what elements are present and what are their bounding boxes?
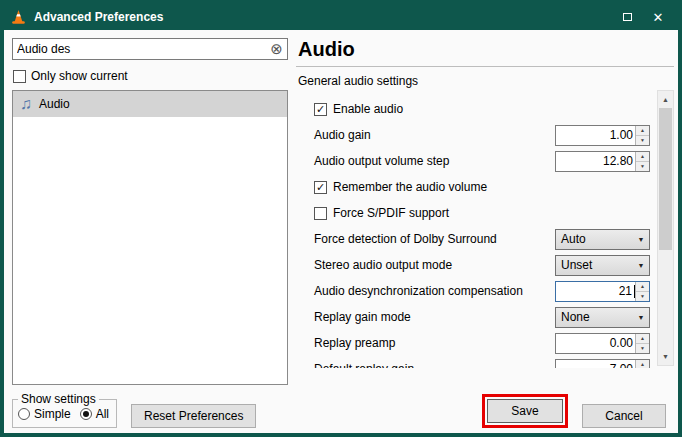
spin-buttons: ▲▼ (635, 360, 649, 369)
close-button[interactable]: ✕ (644, 5, 678, 29)
spin-value: 21 (556, 284, 634, 298)
radio-circle (18, 408, 30, 420)
setting-label: Audio output volume step (314, 154, 449, 168)
spin-value: 1.00 (556, 128, 635, 142)
search-box: ⊗ (12, 38, 288, 60)
spin-down-button[interactable]: ▼ (636, 344, 649, 353)
row-force-detection-of-dolby-surround: Force detection of Dolby SurroundAuto▼ (314, 226, 650, 252)
checkbox-box: ✓ (314, 181, 327, 194)
clear-search-icon[interactable]: ⊗ (269, 41, 284, 56)
list-item-audio[interactable]: ♫Audio (13, 91, 287, 117)
scroll-up-icon[interactable]: ▲ (658, 91, 673, 108)
section-subtitle: General audio settings (298, 74, 674, 88)
save-button[interactable]: Save (487, 399, 563, 423)
spin-value: -7.00 (556, 362, 635, 368)
chevron-down-icon: ▼ (633, 314, 649, 321)
spin-up-button[interactable]: ▲ (636, 334, 649, 344)
spin-up-button[interactable]: ▲ (636, 152, 649, 162)
audio-desynchronization-compensation-spinbox[interactable]: 21▲▼ (555, 281, 650, 302)
radio-all[interactable]: All (80, 407, 109, 421)
dropdown-value: Auto (556, 232, 633, 246)
divider (296, 66, 674, 67)
row-remember-the-audio-volume: ✓Remember the audio volume (314, 174, 650, 200)
setting-label: Replay preamp (314, 336, 395, 350)
remember-the-audio-volume-checkbox[interactable]: ✓Remember the audio volume (314, 180, 487, 194)
radio-circle (80, 408, 92, 420)
audio-gain-spinbox[interactable]: 1.00▲▼ (555, 125, 650, 146)
preferences-sidebar: ⊗ Only show current ♫Audio (12, 38, 288, 385)
settings-panel: Audio General audio settings ✓Enable aud… (296, 38, 674, 385)
enable-audio-checkbox[interactable]: ✓Enable audio (314, 102, 403, 116)
spin-up-button[interactable]: ▲ (636, 126, 649, 136)
maximize-icon (623, 13, 632, 21)
scroll-down-icon[interactable]: ▼ (658, 348, 673, 365)
spin-up-button[interactable]: ▲ (636, 360, 649, 369)
radio-simple[interactable]: Simple (18, 407, 71, 421)
scrollbar-thumb[interactable] (659, 108, 672, 250)
dropdown-value: None (556, 310, 633, 324)
spin-down-button[interactable]: ▼ (636, 162, 649, 171)
dialog-footer: Show settings SimpleAll Reset Preference… (4, 385, 678, 433)
spin-buttons: ▲▼ (635, 152, 649, 171)
row-stereo-audio-output-mode: Stereo audio output modeUnset▼ (314, 252, 650, 278)
setting-label: Audio desynchronization compensation (314, 284, 523, 298)
row-replay-gain-mode: Replay gain modeNone▼ (314, 304, 650, 330)
setting-label: Replay gain mode (314, 310, 411, 324)
checkbox-label: Force S/PDIF support (333, 206, 449, 220)
row-audio-gain: Audio gain1.00▲▼ (314, 122, 650, 148)
setting-label: Stereo audio output mode (314, 258, 452, 272)
only-show-current-label: Only show current (31, 69, 128, 83)
spin-down-button[interactable]: ▼ (636, 292, 649, 301)
only-show-current-checkbox[interactable]: Only show current (13, 69, 288, 83)
row-default-replay-gain: Default replay gain-7.00▲▼ (314, 356, 650, 368)
checkbox-label: Remember the audio volume (333, 180, 487, 194)
force-detection-of-dolby-surround-dropdown[interactable]: Auto▼ (555, 229, 650, 250)
audio-output-volume-step-spinbox[interactable]: 12.80▲▼ (555, 151, 650, 172)
category-list: ♫Audio (12, 90, 288, 385)
radio-label: All (96, 407, 109, 421)
replay-preamp-spinbox[interactable]: 0.00▲▼ (555, 333, 650, 354)
music-note-icon: ♫ (20, 96, 32, 112)
maximize-button[interactable] (610, 5, 644, 29)
dialog-content: ⊗ Only show current ♫Audio Audio General… (4, 30, 678, 385)
default-replay-gain-spinbox[interactable]: -7.00▲▼ (555, 359, 650, 369)
advanced-preferences-window: Advanced Preferences ✕ ⊗ Only show curre… (0, 0, 682, 437)
chevron-down-icon: ▼ (633, 236, 649, 243)
spin-buttons: ▲▼ (635, 334, 649, 353)
cancel-button[interactable]: Cancel (582, 404, 666, 428)
setting-label: Default replay gain (314, 362, 414, 368)
reset-preferences-button[interactable]: Reset Preferences (131, 404, 256, 428)
radio-label: Simple (34, 407, 71, 421)
vertical-scrollbar[interactable]: ▲ ▼ (657, 90, 674, 366)
setting-label: Force detection of Dolby Surround (314, 232, 497, 246)
show-settings-group: Show settings SimpleAll (12, 392, 117, 428)
spin-buttons: ▲▼ (635, 126, 649, 145)
show-settings-label: Show settings (18, 392, 99, 406)
window-title: Advanced Preferences (34, 10, 610, 24)
setting-label: Audio gain (314, 128, 371, 142)
force-s-pdif-support-checkbox[interactable]: Force S/PDIF support (314, 206, 449, 220)
row-enable-audio: ✓Enable audio (314, 96, 650, 122)
row-force-s-pdif-support: Force S/PDIF support (314, 200, 650, 226)
page-title: Audio (298, 38, 674, 61)
chevron-down-icon: ▼ (633, 262, 649, 269)
checkbox-label: Enable audio (333, 102, 403, 116)
stereo-audio-output-mode-dropdown[interactable]: Unset▼ (555, 255, 650, 276)
save-annotation-highlight: Save (482, 394, 568, 428)
search-input[interactable] (12, 38, 288, 60)
spin-up-button[interactable]: ▲ (636, 282, 649, 292)
checkbox-box: ✓ (314, 103, 327, 116)
spin-down-button[interactable]: ▼ (636, 136, 649, 145)
row-replay-preamp: Replay preamp0.00▲▼ (314, 330, 650, 356)
vlc-cone-icon (10, 9, 27, 26)
spin-value: 0.00 (556, 336, 635, 350)
dropdown-value: Unset (556, 258, 633, 272)
spin-buttons: ▲▼ (635, 282, 649, 301)
replay-gain-mode-dropdown[interactable]: None▼ (555, 307, 650, 328)
spin-value: 12.80 (556, 154, 635, 168)
checkbox-box (314, 207, 327, 220)
titlebar: Advanced Preferences ✕ (4, 4, 678, 30)
row-audio-desynchronization-compensation: Audio desynchronization compensation21▲▼ (314, 278, 650, 304)
list-item-label: Audio (39, 97, 70, 111)
settings-rows: ✓Enable audioAudio gain1.00▲▼Audio outpu… (314, 96, 650, 368)
